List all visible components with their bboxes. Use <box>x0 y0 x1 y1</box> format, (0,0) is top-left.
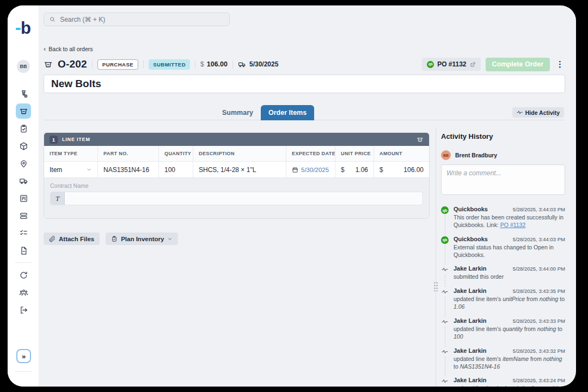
complete-order-button[interactable]: Complete Order <box>486 58 550 71</box>
pulse-icon <box>441 348 449 356</box>
order-total: $ 106.00 <box>200 60 228 68</box>
activity-body: This order has been created successfully… <box>454 214 565 229</box>
activity-entry: qbQuickbooks5/28/2025, 3:44:03 PMThis or… <box>441 206 565 229</box>
kanban-icon <box>19 194 28 203</box>
item-type-value: Item <box>50 166 62 174</box>
unit-price-cell[interactable]: $ 1.06 <box>335 162 374 177</box>
logout-icon <box>19 305 28 315</box>
logo-dash <box>16 28 21 30</box>
column-header: UNIT PRICE <box>335 146 374 161</box>
separator <box>195 60 195 69</box>
basket-icon <box>19 107 28 116</box>
sidebar-item-shipping[interactable] <box>16 173 31 188</box>
line-item-header-label: LINE ITEM <box>62 137 90 142</box>
chevron-left-icon: ‹ <box>44 45 46 52</box>
sidebar: b BB » <box>8 5 39 387</box>
item-type-select[interactable]: Item <box>44 162 98 177</box>
activity-author: Quickbooks <box>454 236 488 242</box>
order-status-badge: SUBMITTED <box>149 59 190 70</box>
sidebar-item-checklist[interactable] <box>16 225 31 241</box>
attach-files-button[interactable]: Attach Files <box>44 232 100 245</box>
app-window: b BB » ‹ Back to all orders O-202 PURCHA… <box>8 5 576 387</box>
search-bar[interactable] <box>44 13 230 26</box>
ship-date: 5/30/2025 <box>238 60 278 69</box>
basket-icon[interactable] <box>416 136 424 143</box>
activity-timestamp: 5/28/2025, 3:44:03 PM <box>513 206 565 212</box>
back-link-label: Back to all orders <box>48 46 93 52</box>
plan-inventory-button[interactable]: Plan Inventory <box>106 232 178 245</box>
po-button-label: PO #1132 <box>437 60 466 68</box>
search-icon <box>49 16 56 23</box>
expected-date-cell[interactable]: 5/30/2025 <box>286 162 335 177</box>
part-no-cell[interactable]: NAS1351N4-16 <box>98 162 159 177</box>
sidebar-item-orders[interactable] <box>16 103 31 119</box>
contract-name-input[interactable]: T <box>50 192 423 205</box>
sidebar-item-stock[interactable] <box>16 208 31 223</box>
sidebar-item-locations[interactable] <box>16 156 31 171</box>
sidebar-item-kanban[interactable] <box>16 191 31 206</box>
line-item-card-header: 1 LINE ITEM <box>44 133 429 146</box>
activity-body: updated line item's unitPrice from nothi… <box>454 296 565 311</box>
chevron-down-icon <box>167 236 173 242</box>
activity-entries: qbQuickbooks5/28/2025, 3:44:03 PMThis or… <box>441 206 565 387</box>
activity-author: Jake Larkin <box>454 287 487 294</box>
checklist-icon <box>19 229 28 238</box>
column-header: EXPECTED DATE <box>286 146 335 161</box>
sidebar-item-planning[interactable] <box>16 121 31 136</box>
comment-input[interactable] <box>441 164 565 195</box>
activity-panel: Activity History BB Brent Bradbury qbQui… <box>441 132 565 387</box>
expected-date-value: 5/30/2025 <box>301 167 329 173</box>
desktop-background: b BB » ‹ Back to all orders O-202 PURCHA… <box>0 0 588 392</box>
sidebar-item-logout[interactable] <box>16 302 31 317</box>
search-input[interactable] <box>60 16 224 23</box>
team-icon <box>19 288 28 297</box>
order-title-input[interactable] <box>44 75 565 93</box>
sidebar-item-sync[interactable] <box>16 267 31 283</box>
sidebar-expand-button[interactable]: » <box>16 349 31 363</box>
pulse-icon <box>441 288 449 296</box>
panel-resize-handle[interactable] <box>433 281 438 291</box>
pulse-icon <box>441 266 449 273</box>
activity-author: Jake Larkin <box>454 377 487 383</box>
column-header: QUANTITY <box>159 146 193 161</box>
activity-timestamp: 5/28/2025, 3:43:35 PM <box>513 288 565 294</box>
description-cell[interactable]: SHCS, 1/4-28 × 1"L <box>193 162 286 177</box>
order-header: O-202 PURCHASE SUBMITTED $ 106.00 5/30/2… <box>44 56 565 73</box>
plan-inventory-label: Plan Inventory <box>121 236 164 242</box>
back-link[interactable]: ‹ Back to all orders <box>44 45 93 52</box>
quickbooks-icon: qb <box>441 206 449 214</box>
user-avatar[interactable]: BB <box>17 60 30 73</box>
activity-author: Jake Larkin <box>454 347 487 354</box>
activity-author: Jake Larkin <box>454 265 487 272</box>
unit-price-value: 1.06 <box>356 166 368 174</box>
basket-icon <box>44 60 53 69</box>
activity-author: Quickbooks <box>454 206 488 212</box>
sidebar-item-parts[interactable] <box>16 86 31 101</box>
activity-body: External status has changed to Open in Q… <box>454 244 565 259</box>
po-link-button[interactable]: qb PO #1132 <box>422 58 480 71</box>
tabs: SummaryOrder Items <box>215 105 314 120</box>
tab-summary[interactable]: Summary <box>215 105 261 120</box>
hide-activity-button[interactable]: Hide Activity <box>512 107 564 118</box>
tab-order-items[interactable]: Order Items <box>261 105 314 120</box>
sync-icon <box>19 271 28 280</box>
separator <box>92 60 93 69</box>
line-item-card: 1 LINE ITEM ITEM TYPEPART NO.QUANTITYDES… <box>44 132 430 219</box>
activity-author: Jake Larkin <box>454 317 487 324</box>
map-pin-icon <box>19 159 28 168</box>
column-header: DESCRIPTION <box>193 146 286 161</box>
chevron-down-icon <box>86 167 92 173</box>
pulse-icon <box>441 318 449 326</box>
sidebar-item-team[interactable] <box>16 285 31 300</box>
contract-name-field[interactable] <box>65 192 422 205</box>
sidebar-item-documents[interactable] <box>16 243 31 258</box>
po-link[interactable]: PO #1132 <box>500 222 526 228</box>
commenter-avatar: BB <box>441 150 451 160</box>
quantity-cell[interactable]: 100 <box>159 162 193 177</box>
activity-body: updated line item's description from not… <box>454 385 565 387</box>
sidebar-item-inventory[interactable] <box>16 138 31 154</box>
clipboard-check-icon <box>111 236 118 242</box>
kebab-menu-icon[interactable]: ⋮ <box>555 59 565 69</box>
ship-date-value: 5/30/2025 <box>249 60 278 68</box>
activity-history-title: Activity History <box>441 132 565 140</box>
